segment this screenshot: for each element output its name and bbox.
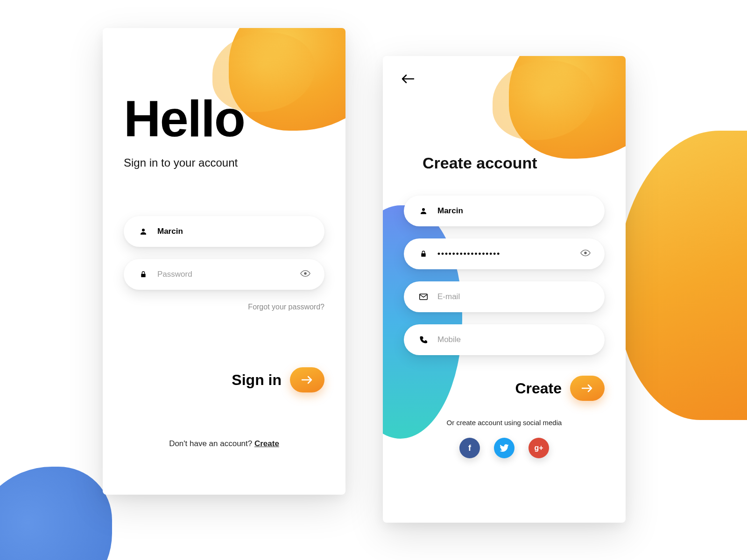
password-input[interactable] — [157, 270, 300, 279]
eye-icon[interactable] — [580, 249, 591, 259]
signin-button[interactable] — [290, 367, 324, 392]
name-field[interactable] — [404, 196, 605, 226]
mobile-field[interactable] — [404, 324, 605, 355]
person-icon — [418, 207, 429, 215]
mail-icon — [418, 294, 429, 300]
signup-title: Create account — [404, 154, 605, 172]
svg-point-1 — [304, 272, 307, 275]
arrow-right-icon — [301, 375, 313, 385]
svg-point-3 — [584, 252, 587, 254]
signin-screen: Hello Sign in to your account Forgot you… — [103, 28, 345, 495]
mobile-input[interactable] — [437, 335, 591, 344]
password-field[interactable] — [124, 259, 324, 290]
phone-icon — [418, 336, 429, 344]
facebook-button[interactable]: f — [459, 438, 480, 458]
bg-blob-left — [0, 467, 112, 560]
googleplus-button[interactable]: g+ — [529, 438, 549, 458]
signin-footer: Don't have an account? Create — [124, 439, 324, 448]
signup-password-field[interactable] — [404, 238, 605, 269]
bg-blob-right — [616, 131, 747, 420]
twitter-button[interactable] — [494, 438, 514, 458]
username-field[interactable] — [124, 216, 324, 247]
twitter-icon — [500, 444, 509, 452]
name-input[interactable] — [437, 206, 591, 216]
arrow-right-icon — [581, 384, 593, 393]
signin-action-label: Sign in — [232, 371, 282, 389]
eye-icon[interactable] — [300, 270, 310, 279]
email-field[interactable] — [404, 281, 605, 312]
signin-title: Hello — [124, 89, 324, 148]
create-button[interactable] — [570, 376, 605, 401]
svg-point-0 — [142, 229, 145, 231]
create-action-label: Create — [515, 380, 562, 397]
lock-icon — [138, 270, 149, 279]
forgot-password-link[interactable]: Forgot your password? — [124, 303, 324, 311]
signup-screen: Create account — [383, 56, 626, 523]
create-account-link[interactable]: Create — [254, 439, 279, 448]
decorative-blob-orange — [509, 56, 626, 159]
username-input[interactable] — [157, 227, 310, 236]
signin-subtitle: Sign in to your account — [124, 156, 324, 169]
back-button[interactable] — [401, 74, 415, 86]
svg-point-2 — [422, 208, 425, 211]
social-prompt: Or create account using social media — [404, 419, 605, 427]
lock-icon — [418, 250, 429, 258]
email-input[interactable] — [437, 292, 591, 301]
person-icon — [138, 227, 149, 236]
footer-text: Don't have an account? — [169, 439, 254, 448]
signup-password-input[interactable] — [437, 249, 580, 259]
